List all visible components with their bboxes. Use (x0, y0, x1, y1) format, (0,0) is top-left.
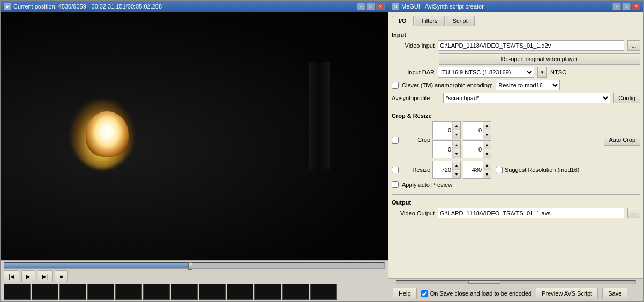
megui-title: MeGUI - AviSynth script creator (401, 3, 484, 10)
avisynthprofile-select[interactable]: *scratchpad* (443, 93, 610, 103)
apply-preview-checkbox[interactable] (392, 181, 399, 188)
crop-resize-section-label: Crop & Resize (392, 112, 640, 119)
video-player-panel: ▶ Current position: 4530/9059 - 00:02:31… (0, 0, 388, 302)
resize-label: Resize (401, 167, 430, 173)
video-titlebar-left: ▶ Current position: 4530/9059 - 00:02:31… (4, 3, 162, 10)
crop-right-down-btn[interactable]: ▼ (483, 130, 491, 139)
video-close-btn[interactable]: ✕ (376, 3, 385, 10)
frame-thumb-7 (171, 284, 198, 300)
frame-thumb-9 (227, 284, 253, 300)
megui-minimize-btn[interactable]: − (612, 3, 621, 10)
scrollbar-thumb[interactable] (468, 281, 500, 284)
video-output-row: Video Output ... (392, 208, 640, 218)
tab-filters[interactable]: Filters (415, 16, 445, 26)
tabs-row: I/O Filters Script (392, 16, 640, 26)
save-btn[interactable]: Save (602, 288, 627, 299)
crop-left-input[interactable] (433, 145, 452, 154)
crop-top-up-btn[interactable]: ▲ (453, 122, 460, 130)
tab-script[interactable]: Script (446, 16, 475, 26)
save-close-checkbox[interactable] (421, 290, 428, 297)
preview-avs-btn[interactable]: Preview AVS Script (536, 288, 598, 299)
progress-bar[interactable] (4, 262, 385, 269)
section-divider-2 (392, 194, 640, 195)
video-buttons-row: |◀ ▶ ▶| ■ (4, 270, 385, 282)
progress-thumb[interactable] (188, 262, 192, 270)
frame-thumb-6 (143, 284, 170, 300)
video-input-field[interactable] (438, 40, 624, 51)
reopen-video-btn[interactable]: Re-open original video player (439, 53, 640, 65)
stop-btn[interactable]: ■ (55, 270, 68, 282)
video-app-icon: ▶ (4, 3, 11, 10)
video-output-field[interactable] (438, 208, 624, 218)
crop-row: Crop ▲ ▼ ▲ ▼ (392, 121, 640, 158)
crop-checkbox[interactable] (392, 137, 399, 144)
crop-bottom-up-btn[interactable]: ▲ (483, 141, 491, 149)
section-divider-1 (392, 108, 640, 108)
video-input-row: Video Input ... (392, 40, 640, 51)
apply-preview-label: Apply auto Preview (402, 182, 452, 188)
progress-fill (4, 263, 190, 268)
output-section-label: Output (392, 199, 640, 206)
video-input-label: Video Input (392, 42, 435, 49)
resize-mode-select[interactable]: Resize to mod16 (496, 80, 560, 90)
resize-row: Resize ▲ ▼ ▲ ▼ Suggest Resolution (mod16… (392, 161, 640, 179)
megui-maximize-btn[interactable]: □ (622, 3, 631, 10)
crop-left-down-btn[interactable]: ▼ (453, 149, 460, 158)
help-btn[interactable]: Help (393, 288, 417, 299)
crop-right-spinbox: ▲ ▼ (463, 121, 491, 139)
video-minimize-btn[interactable]: − (357, 3, 365, 10)
crop-right-up-btn[interactable]: ▲ (483, 122, 491, 130)
crop-right-input[interactable] (463, 126, 483, 134)
crop-top-down-btn[interactable]: ▼ (453, 130, 460, 139)
crop-top-spin-buttons: ▲ ▼ (452, 122, 460, 139)
video-titlebar: ▶ Current position: 4530/9059 - 00:02:31… (1, 1, 388, 12)
megui-close-btn[interactable]: ✕ (632, 3, 640, 10)
frame-thumbnails (4, 284, 385, 300)
resize-width-input[interactable] (433, 161, 452, 178)
next-frame-btn[interactable]: ▶| (38, 270, 53, 282)
crop-bottom-input[interactable] (463, 145, 483, 154)
video-maximize-btn[interactable]: □ (366, 3, 375, 10)
video-output-browse-btn[interactable]: ... (627, 208, 640, 218)
autocrop-btn[interactable]: Auto Crop (604, 134, 640, 146)
video-controls-bar: |◀ ▶ ▶| ■ (1, 260, 388, 301)
frame-thumb-5 (115, 284, 142, 300)
ntsc-label: NTSC (550, 69, 566, 76)
frame-thumb-11 (282, 284, 309, 300)
resize-height-up-btn[interactable]: ▲ (483, 161, 491, 170)
save-close-row: On Save close and load to be encoded (421, 290, 532, 297)
dar-select[interactable]: ITU 16:9 NTSC (1.823169) (438, 67, 534, 78)
megui-titlebar-controls: − □ ✕ (612, 3, 640, 10)
crop-right-bottom-pair: ▲ ▼ ▲ ▼ (463, 121, 491, 158)
resize-width-spinbox: ▲ ▼ (432, 161, 461, 179)
frame-thumb-1 (4, 284, 31, 300)
resize-width-up-btn[interactable]: ▲ (453, 161, 460, 170)
resize-height-input[interactable] (463, 161, 483, 178)
video-dark-figure (309, 62, 330, 169)
crop-bottom-down-btn[interactable]: ▼ (483, 149, 491, 158)
suggest-resolution-checkbox[interactable] (496, 167, 503, 173)
suggest-resolution-row: Suggest Resolution (mod16) (496, 167, 579, 173)
crop-top-left-pair: ▲ ▼ ▲ ▼ (432, 121, 461, 158)
crop-left-up-btn[interactable]: ▲ (453, 141, 460, 149)
config-btn[interactable]: Config (613, 93, 640, 103)
avisynthprofile-row: Avisynthprofile *scratchpad* Config (392, 93, 640, 103)
video-title: Current position: 4530/9059 - 00:02:31.1… (13, 3, 162, 10)
frame-thumb-2 (32, 284, 58, 300)
prev-frame-btn[interactable]: |◀ (4, 270, 19, 282)
input-section-label: Input (392, 32, 640, 38)
resize-height-down-btn[interactable]: ▼ (483, 170, 491, 178)
apply-preview-row: Apply auto Preview (392, 181, 640, 188)
tab-io[interactable]: I/O (392, 16, 414, 26)
video-input-browse-btn[interactable]: ... (627, 40, 640, 51)
horizontal-scrollbar[interactable] (388, 278, 643, 285)
clever-encoding-checkbox[interactable] (392, 82, 399, 89)
input-dar-label: Input DAR (392, 69, 435, 76)
crop-left-spinbox: ▲ ▼ (432, 140, 461, 158)
crop-top-input[interactable] (433, 126, 452, 134)
frame-thumb-3 (59, 284, 86, 300)
resize-checkbox[interactable] (392, 167, 399, 173)
dar-arrow-btn[interactable]: ▼ (537, 67, 547, 78)
play-btn[interactable]: ▶ (21, 270, 35, 282)
resize-width-down-btn[interactable]: ▼ (453, 170, 460, 178)
